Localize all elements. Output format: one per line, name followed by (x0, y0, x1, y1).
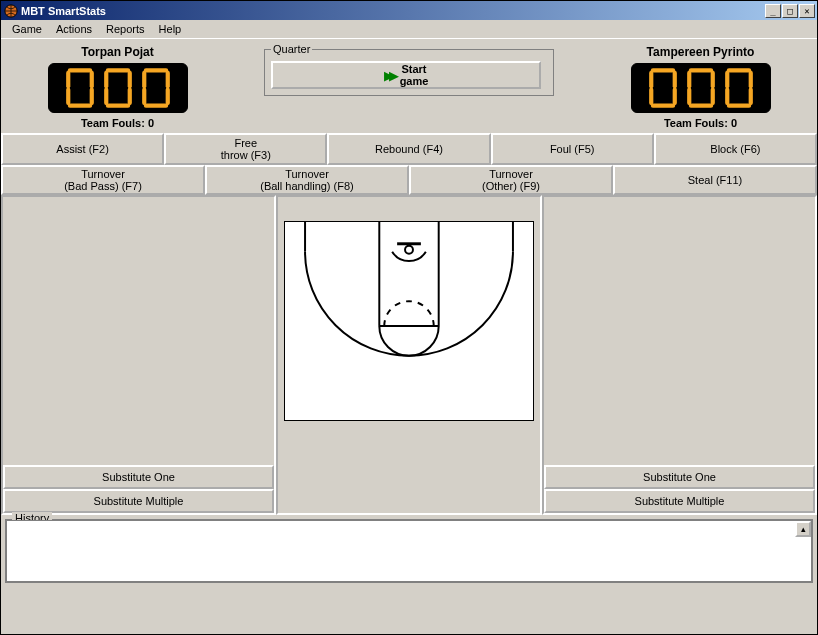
right-player-panel: Substitute One Substitute Multiple (542, 195, 817, 515)
start-game-label: Start game (400, 63, 429, 87)
team-right-name: Tampereen Pyrinto (588, 45, 813, 59)
quarter-fieldset: Quarter ▶▶ Start game (264, 43, 554, 96)
team-right-fouls: Team Fouls: 0 (588, 117, 813, 129)
stat-block-button[interactable]: Block (F6) (654, 133, 817, 165)
menubar: Game Actions Reports Help (1, 20, 817, 39)
team-right-score (631, 63, 771, 113)
menu-help[interactable]: Help (152, 21, 189, 37)
team-left-score (48, 63, 188, 113)
team-left-block: Torpan Pojat Team Fouls: 0 (5, 41, 230, 129)
menu-game[interactable]: Game (5, 21, 49, 37)
right-player-list[interactable] (544, 197, 815, 465)
stat-turnover-other-button[interactable]: Turnover (Other) (F9) (409, 165, 613, 195)
team-left-fouls: Team Fouls: 0 (5, 117, 230, 129)
stat-steal-button[interactable]: Steal (F11) (613, 165, 817, 195)
scroll-up-button[interactable]: ▴ (795, 521, 811, 537)
left-player-panel: Substitute One Substitute Multiple (1, 195, 276, 515)
stat-freethrow-button[interactable]: Free throw (F3) (164, 133, 327, 165)
play-icon: ▶▶ (384, 68, 394, 83)
quarter-legend: Quarter (271, 43, 312, 55)
titlebar: MBT SmartStats _ □ ✕ (1, 1, 817, 20)
left-substitute-multi-button[interactable]: Substitute Multiple (3, 489, 274, 513)
digit (683, 67, 719, 109)
window-title: MBT SmartStats (21, 5, 764, 17)
left-substitute-one-button[interactable]: Substitute One (3, 465, 274, 489)
court-diagram[interactable] (284, 221, 534, 421)
start-game-button[interactable]: ▶▶ Start game (271, 61, 541, 89)
menu-actions[interactable]: Actions (49, 21, 99, 37)
digit (721, 67, 757, 109)
close-button[interactable]: ✕ (799, 4, 815, 18)
maximize-button[interactable]: □ (782, 4, 798, 18)
stat-foul-button[interactable]: Foul (F5) (491, 133, 654, 165)
right-substitute-multi-button[interactable]: Substitute Multiple (544, 489, 815, 513)
history-listbox[interactable]: ▴ (6, 520, 812, 582)
digit (645, 67, 681, 109)
menu-reports[interactable]: Reports (99, 21, 152, 37)
court-panel (276, 195, 542, 515)
right-substitute-one-button[interactable]: Substitute One (544, 465, 815, 489)
stat-turnover-badpass-button[interactable]: Turnover (Bad Pass) (F7) (1, 165, 205, 195)
digit (62, 67, 98, 109)
app-icon (4, 4, 18, 18)
left-player-list[interactable] (3, 197, 274, 465)
svg-rect-1 (285, 222, 533, 420)
app-window: MBT SmartStats _ □ ✕ Game Actions Report… (0, 0, 818, 635)
history-fieldset: History ▴ (5, 519, 813, 583)
digit (138, 67, 174, 109)
digit (100, 67, 136, 109)
stat-turnover-ballhandling-button[interactable]: Turnover (Ball handling) (F8) (205, 165, 409, 195)
team-right-block: Tampereen Pyrinto Team Fouls: 0 (588, 41, 813, 129)
minimize-button[interactable]: _ (765, 4, 781, 18)
stat-rebound-button[interactable]: Rebound (F4) (327, 133, 490, 165)
team-left-name: Torpan Pojat (5, 45, 230, 59)
stat-assist-button[interactable]: Assist (F2) (1, 133, 164, 165)
